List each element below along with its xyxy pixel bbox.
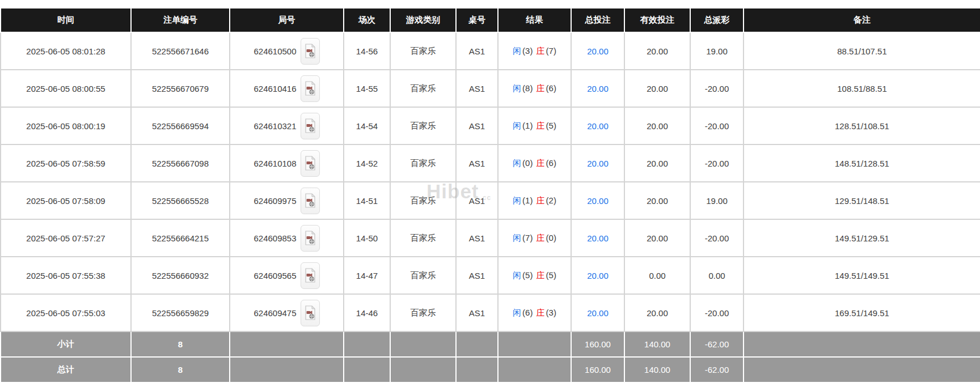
banker-result-label: 庄 (536, 270, 546, 280)
cell-total-bet: 20.00 (571, 257, 624, 294)
header-cell-payout: 总派彩 (690, 8, 744, 32)
banker-result-label: 庄 (536, 233, 546, 243)
cell-remark: 129.51/148.51 (744, 182, 980, 219)
banker-result-value: (3) (546, 308, 557, 317)
video-replay-button[interactable] (301, 75, 320, 102)
player-result-label: 闲 (512, 158, 522, 168)
summary-empty-result (498, 331, 571, 357)
player-result-value: (1) (522, 121, 533, 130)
cell-game-type: 百家乐 (390, 182, 456, 219)
table-row: 2025-06-05 07:55:38 522556660932 6246095… (1, 257, 980, 294)
table-body: 2025-06-05 08:01:28 522556671646 6246105… (1, 32, 980, 331)
total-bet-link[interactable]: 20.00 (587, 121, 609, 131)
cell-remark: 148.51/128.51 (744, 144, 980, 182)
table-header: 时间注单编号局号场次游戏类别桌号结果总投注有效投注总派彩备注 (1, 8, 980, 32)
cell-total-bet: 20.00 (571, 32, 624, 70)
total-bet-link[interactable]: 20.00 (587, 84, 609, 93)
summary-payout: -62.00 (690, 331, 744, 357)
cell-valid-bet: 20.00 (624, 70, 690, 107)
total-bet-link[interactable]: 20.00 (587, 196, 609, 206)
summary-empty-result (498, 357, 571, 382)
header-cell-remark: 备注 (744, 8, 980, 32)
cell-valid-bet: 20.00 (624, 294, 690, 331)
header-cell-bet-id: 注单编号 (131, 8, 230, 32)
cell-session: 14-54 (344, 107, 390, 144)
round-number: 624609975 (254, 196, 296, 206)
cell-game-type: 百家乐 (390, 70, 456, 107)
cell-remark: 149.51/129.51 (744, 219, 980, 257)
summary-count: 8 (131, 357, 230, 382)
cell-result: 闲(8) 庄(6) (498, 70, 571, 107)
cell-time: 2025-06-05 07:55:38 (1, 257, 131, 294)
summary-empty-round (230, 331, 344, 357)
cell-round: 624609853 (230, 219, 344, 257)
cell-result: 闲(5) 庄(5) (498, 257, 571, 294)
cell-bet-id: 522556667098 (131, 144, 230, 182)
cell-table-no: AS1 (456, 219, 498, 257)
cell-bet-id: 522556665528 (131, 182, 230, 219)
cell-remark: 88.51/107.51 (744, 32, 980, 70)
total-bet-link[interactable]: 20.00 (587, 308, 609, 318)
cell-table-no: AS1 (456, 257, 498, 294)
cell-total-bet: 20.00 (571, 294, 624, 331)
video-replay-button[interactable] (301, 225, 320, 252)
video-replay-button[interactable] (301, 262, 320, 289)
round-number: 624609475 (254, 308, 296, 318)
total-bet-link[interactable]: 20.00 (587, 271, 609, 280)
cell-valid-bet: 20.00 (624, 182, 690, 219)
summary-label: 小计 (1, 331, 131, 357)
table-row: 2025-06-05 07:58:09 522556665528 6246099… (1, 182, 980, 219)
video-file-icon (305, 156, 316, 171)
cell-remark: 149.51/149.51 (744, 257, 980, 294)
video-file-icon (305, 193, 316, 208)
cell-round: 624610500 (230, 32, 344, 70)
summary-count: 8 (131, 331, 230, 357)
video-file-icon (305, 231, 316, 245)
round-number: 624610500 (254, 46, 296, 56)
cell-table-no: AS1 (456, 144, 498, 182)
table-row: 2025-06-05 07:55:03 522556659829 6246094… (1, 294, 980, 331)
player-result-label: 闲 (512, 233, 522, 243)
video-replay-button[interactable] (301, 113, 320, 139)
total-bet-link[interactable]: 20.00 (587, 46, 609, 56)
cell-table-no: AS1 (456, 70, 498, 107)
summary-empty-remark (744, 331, 980, 357)
cell-session: 14-51 (344, 182, 390, 219)
player-result-label: 闲 (512, 121, 522, 130)
cell-time: 2025-06-05 07:58:09 (1, 182, 131, 219)
banker-result-value: (0) (546, 233, 557, 243)
cell-total-bet: 20.00 (571, 182, 624, 219)
table-footer: 小计 8 160.00 140.00 -62.00 总计 8 160.00 14… (1, 331, 980, 382)
round-number: 624610416 (254, 84, 296, 93)
video-replay-button[interactable] (301, 300, 320, 326)
header-cell-session: 场次 (344, 8, 390, 32)
cell-round: 624610416 (230, 70, 344, 107)
video-file-icon (305, 268, 316, 283)
player-result-value: (3) (522, 46, 533, 56)
total-bet-link[interactable]: 20.00 (587, 233, 609, 243)
round-number: 624609565 (254, 271, 296, 280)
summary-empty-table-no (456, 357, 498, 382)
cell-payout: -20.00 (690, 219, 744, 257)
header-cell-table-no: 桌号 (456, 8, 498, 32)
banker-result-value: (2) (546, 195, 557, 205)
cell-payout: 19.00 (690, 32, 744, 70)
cell-payout: -20.00 (690, 107, 744, 144)
cell-time: 2025-06-05 08:01:28 (1, 32, 131, 70)
banker-result-value: (7) (546, 46, 557, 56)
cell-bet-id: 522556670679 (131, 70, 230, 107)
video-replay-button[interactable] (301, 188, 320, 214)
player-result-label: 闲 (512, 46, 522, 56)
cell-result: 闲(6) 庄(3) (498, 294, 571, 331)
cell-bet-id: 522556669594 (131, 107, 230, 144)
cell-bet-id: 522556664215 (131, 219, 230, 257)
total-bet-link[interactable]: 20.00 (587, 159, 609, 168)
player-result-label: 闲 (512, 308, 522, 317)
header-cell-total-bet: 总投注 (571, 8, 624, 32)
video-replay-button[interactable] (301, 38, 320, 65)
cell-table-no: AS1 (456, 107, 498, 144)
cell-result: 闲(1) 庄(5) (498, 107, 571, 144)
cell-session: 14-46 (344, 294, 390, 331)
cell-payout: 0.00 (690, 257, 744, 294)
video-replay-button[interactable] (301, 150, 320, 177)
